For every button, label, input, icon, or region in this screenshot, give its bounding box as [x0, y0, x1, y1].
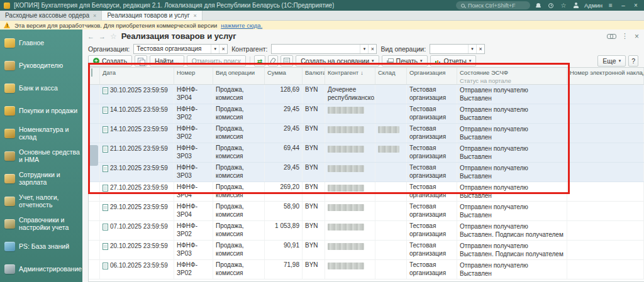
contragent-filter-combo[interactable]: ▾ × — [271, 44, 377, 54]
create-button[interactable]: + Создать — [88, 55, 132, 67]
row-marker-icon — [91, 68, 92, 77]
header-contragent[interactable]: Контрагент↓ — [325, 68, 375, 84]
sidebar-item-fixed-assets[interactable]: Основные средства и НМА — [0, 144, 82, 167]
tab-cash-orders[interactable]: Расходные кассовые ордера × — [0, 11, 102, 20]
sidebar-item-staff-salary[interactable]: Сотрудники и зарплата — [0, 167, 82, 190]
cell-currency: BYN — [303, 85, 325, 104]
cell-sum: 29,45 — [265, 124, 303, 143]
reports-button[interactable]: Отчеты ▾ — [430, 55, 477, 67]
cell-number: НФНФ-ЗР02 — [174, 124, 213, 143]
global-search-input[interactable]: Поиск Ctrl+Shift+F — [456, 1, 530, 9]
operation-dropdown-icon[interactable]: ▾ — [468, 45, 476, 53]
cell-number: НФНФ-ЗР03 — [174, 143, 213, 162]
header-currency[interactable]: Валюта — [303, 68, 325, 84]
table-row[interactable]: 30.10.2025 23:59:59НФНФ-ЗР04Продажа, ком… — [89, 85, 644, 104]
sidebar-item-bank-cash[interactable]: Банк и касса — [0, 77, 82, 99]
cell-sum: 1 053,89 — [265, 221, 303, 240]
cell-operation: Продажа, комиссия — [213, 182, 265, 201]
row-select-cell — [89, 104, 100, 123]
header-select[interactable] — [89, 68, 100, 84]
current-row-marker[interactable] — [89, 145, 98, 166]
tab-close-icon[interactable]: × — [194, 13, 197, 19]
cell-enumber — [567, 163, 644, 182]
find-button[interactable]: Найти... — [150, 55, 184, 67]
sidebar-item-manager[interactable]: Руководителю — [0, 54, 82, 77]
header-operation[interactable]: Вид операции — [213, 68, 265, 84]
sidebar-item-main[interactable]: Главное — [0, 31, 82, 54]
header-number[interactable]: Номер — [174, 68, 213, 84]
main-area: ← → ☆ Реализация товаров и услуг ⋮ × Орг… — [82, 30, 644, 282]
forward-icon[interactable]: → — [99, 33, 106, 40]
status-portal: Выставлен. Подписан получателем — [460, 230, 564, 239]
user-icon — [572, 1, 580, 9]
sidebar-item-administration[interactable]: Администрирование — [0, 258, 82, 280]
cell-status: Отправлен получателюВыставлен — [457, 260, 567, 279]
table-row[interactable]: 14.10.2025 23:59:59НФНФ-ЗР02Продажа, ком… — [89, 104, 644, 124]
more-button[interactable]: Еще ▾ — [597, 55, 626, 67]
cell-operation: Продажа, комиссия — [213, 163, 265, 182]
help-button[interactable]: ? — [628, 55, 638, 67]
header-date[interactable]: Дата — [100, 68, 174, 84]
history-clock-icon[interactable] — [547, 1, 555, 9]
sidebar-item-knowledge-base[interactable]: PS: База знаний — [0, 235, 82, 258]
document-icon — [103, 224, 108, 230]
sidebar-item-accounting-taxes[interactable]: Учет, налоги, отчетность — [0, 190, 82, 212]
org-filter-combo[interactable]: Тестовая организация ▾ × — [133, 44, 228, 54]
print-button[interactable]: Печать ▾ — [382, 55, 428, 67]
favorites-star-icon[interactable]: ☆ — [559, 1, 568, 9]
tab-close-icon[interactable]: × — [93, 13, 96, 19]
current-user[interactable]: Админ — [584, 2, 602, 9]
plus-icon: + — [93, 58, 99, 64]
contragent-dropdown-icon[interactable]: ▾ — [360, 45, 368, 53]
header-org[interactable]: Организация — [407, 68, 457, 84]
book-icon — [4, 219, 15, 229]
briefcase-icon — [4, 61, 15, 70]
contragent-clear-icon[interactable]: × — [368, 45, 376, 53]
table-row[interactable]: 07.10.2025 23:59:59НФНФ-ЗР02Продажа, ком… — [89, 221, 644, 241]
header-status[interactable]: Состояние ЭСЧФ Статус на портале — [457, 68, 567, 84]
document-icon — [103, 165, 108, 172]
cell-currency: BYN — [303, 221, 325, 240]
cell-operation: Продажа, комиссия — [213, 260, 265, 279]
sidebar-item-purchases-sales[interactable]: Покупки и продажи — [0, 99, 82, 122]
header-sklad[interactable]: Склад — [375, 68, 407, 84]
get-link-icon[interactable] — [607, 34, 615, 38]
contragent-filter-label: Контрагент: — [231, 45, 267, 53]
buy-version-link[interactable]: нажмите сюда. — [221, 22, 262, 29]
cell-org: Тестовая организация — [407, 85, 457, 104]
create-based-on-button[interactable]: Создать на основании ▾ — [296, 55, 379, 67]
cancel-search-button[interactable]: Отменить поиск — [187, 55, 246, 67]
back-icon[interactable]: ← — [87, 33, 94, 40]
table-row[interactable]: 21.10.2025 23:59:59НФНФ-ЗР03Продажа, ком… — [89, 143, 644, 163]
sidebar-item-directories[interactable]: Справочники и настройки учета — [0, 212, 82, 235]
table-row[interactable]: 06.10.2025 23:59:59НФНФ-ЗР02Продажа, ком… — [89, 260, 644, 279]
redacted-block — [328, 263, 364, 269]
notifications-bell-icon[interactable] — [534, 1, 543, 9]
org-dropdown-icon[interactable]: ▾ — [211, 45, 219, 53]
tab-sales[interactable]: Реализация товаров и услуг × — [102, 11, 202, 20]
header-sum[interactable]: Сумма — [265, 68, 303, 84]
copy-button[interactable] — [135, 55, 147, 67]
document-icon — [103, 204, 108, 211]
operation-clear-icon[interactable]: × — [476, 45, 484, 53]
table-row[interactable]: 27.10.2025 23:59:59НФНФ-ЗР04Продажа, ком… — [89, 182, 644, 202]
minimize-icon[interactable]: – — [619, 1, 628, 9]
table-row[interactable]: 14.10.2025 23:59:59НФНФ-ЗР02Продажа, ком… — [89, 124, 644, 143]
register-records-button[interactable] — [280, 55, 293, 67]
sidebar-item-nomenclature[interactable]: Номенклатура и склад — [0, 122, 82, 144]
table-row[interactable]: 29.10.2025 23:59:59НФНФ-ЗР04Продажа, ком… — [89, 202, 644, 221]
header-enumber[interactable]: Номер электронной накладной — [567, 68, 644, 84]
operation-filter-combo[interactable]: ▾ × — [430, 44, 485, 54]
window-close-icon[interactable]: × — [631, 1, 640, 9]
more-menu-icon[interactable]: ⋮ — [621, 32, 628, 40]
set-status-button[interactable]: ⇄ — [254, 55, 265, 67]
attachments-button[interactable] — [268, 55, 278, 67]
tab-label: Реализация товаров и услуг — [107, 12, 189, 19]
status-esf: Отправлен получателю — [460, 203, 564, 211]
form-close-icon[interactable]: × — [635, 32, 639, 41]
service-menu-icon[interactable]: ≡ — [606, 1, 615, 9]
table-row[interactable]: 23.10.2025 23:59:59НФНФ-ЗР03Продажа, ком… — [89, 163, 644, 182]
org-clear-icon[interactable]: × — [219, 45, 227, 53]
favorite-star-icon[interactable]: ☆ — [110, 32, 117, 41]
table-row[interactable]: 20.10.2025 23:59:59НФНФ-ЗР03Продажа, ком… — [89, 241, 644, 260]
